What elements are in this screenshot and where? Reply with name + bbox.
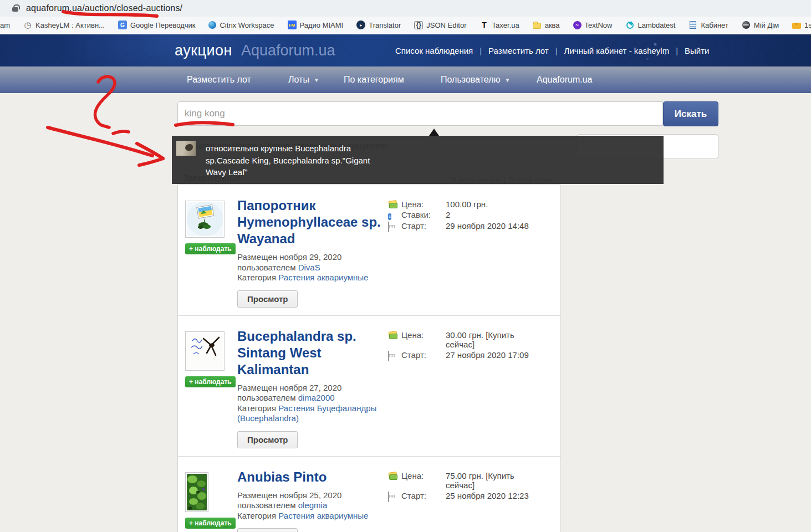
- folder-icon: [533, 23, 541, 29]
- item-thumbnail[interactable]: [185, 472, 208, 512]
- nav-lots[interactable]: Лоты▼: [288, 66, 319, 93]
- category-link[interactable]: Растения аквариумные: [278, 273, 368, 282]
- price-label: Цена:: [401, 330, 446, 350]
- place-lot-link[interactable]: Разместить лот: [488, 46, 549, 55]
- view-button[interactable]: Просмотр: [237, 528, 298, 532]
- user-prefix: пользователем: [237, 393, 296, 402]
- nav-aquaforum[interactable]: Aquaforum.ua: [537, 66, 593, 93]
- globe-icon: [742, 21, 750, 29]
- bookmark-google-translate[interactable]: GGoogle Переводчик: [118, 21, 196, 29]
- bookmark-label: JSON Editor: [426, 21, 466, 29]
- category-prefix: Категория: [237, 403, 276, 413]
- bookmark-fam[interactable]: Fam: [0, 21, 10, 29]
- item-main-column: Anubias Pinto Размещен ноября 25, 2020 п…: [237, 469, 388, 532]
- category-link[interactable]: Растения аквариумные: [278, 511, 368, 520]
- start-label: Старт:: [401, 350, 446, 361]
- price-value: 75.00 грн. [Купить сейчас]: [446, 471, 533, 490]
- item-meta: Размещен ноября 25, 2020 пользователем o…: [237, 490, 388, 521]
- item-info-column: Цена: 75.00 грн. [Купить сейчас] Старт: …: [388, 469, 553, 532]
- logout-link[interactable]: Выйти: [685, 46, 709, 55]
- chevron-down-icon: ▼: [314, 67, 319, 94]
- item-thumbnail[interactable]: [185, 331, 225, 371]
- bookmark-label: аква: [545, 21, 560, 29]
- view-button[interactable]: Просмотр: [237, 290, 298, 308]
- taxer-icon: T: [480, 21, 489, 29]
- price-label: Цена:: [401, 200, 446, 209]
- document-icon: [690, 21, 696, 29]
- textnow-icon: ~: [573, 21, 582, 29]
- site-header: аукцион Aquaforum.ua Список наблюдения |…: [0, 34, 811, 66]
- price-value: 30.00 грн. [Купить сейчас]: [446, 330, 533, 350]
- lambdatest-icon: [626, 22, 634, 29]
- nav-place-lot[interactable]: Разместить лот: [187, 66, 251, 93]
- bookmark-citrix[interactable]: Citrix Workspace: [208, 21, 274, 29]
- watch-badge[interactable]: + наблюдать: [185, 243, 236, 254]
- price-row: Цена: 75.00 грн. [Купить сейчас]: [388, 471, 553, 490]
- watch-badge[interactable]: + наблюдать: [185, 376, 236, 387]
- auction-item: + наблюдать Anubias Pinto Размещен ноябр…: [178, 457, 560, 532]
- bookmark-miy-dim[interactable]: Мій Дім: [742, 21, 779, 29]
- browser-url-bar[interactable]: aquaforum.ua/auction/closed-auctions/: [0, 0, 811, 17]
- bookmark-label: Lambdatest: [637, 21, 675, 29]
- fern-thumbnail-image: [187, 202, 223, 236]
- bookmark-lambdatest[interactable]: Lambdatest: [625, 21, 675, 29]
- bookmark-radio-miami[interactable]: FMРадио MIAMI: [288, 21, 344, 29]
- item-left-column: + наблюдать: [185, 328, 237, 448]
- view-button[interactable]: Просмотр: [237, 431, 298, 448]
- tooltip-arrow-icon: [429, 129, 439, 136]
- site-logo[interactable]: аукцион Aquaforum.ua: [175, 34, 335, 66]
- bookmark-taxer[interactable]: TTaxer.ua: [480, 21, 519, 29]
- auction-item: + наблюдать Bucephalandra sp. Sintang We…: [178, 316, 560, 457]
- citrix-icon: [208, 21, 216, 29]
- chevron-down-icon: ▼: [505, 67, 511, 94]
- bookmarks-bar: Fam ◷KasheyLM : Активн... GGoogle Перево…: [0, 17, 811, 34]
- anubias-thumbnail-image: [187, 474, 207, 510]
- watchlist-link[interactable]: Список наблюдения: [395, 46, 473, 55]
- bookmark-label: 1sec MAIL: [804, 21, 811, 29]
- translate-icon: G: [118, 21, 127, 29]
- posted-date: Размещен ноября 27, 2020: [237, 383, 341, 392]
- bucephalandra-thumbnail-image: [187, 333, 223, 369]
- bookmark-json-editor[interactable]: {}JSON Editor: [414, 21, 466, 29]
- item-title-link[interactable]: Anubias Pinto: [237, 469, 388, 485]
- item-title-link[interactable]: Bucephalandra sp. Sintang West Kalimanta…: [237, 328, 388, 378]
- logo-text-auction: аукцион: [175, 42, 232, 59]
- item-left-column: + наблюдать: [185, 469, 237, 532]
- nav-user[interactable]: Пользователю▼: [441, 66, 510, 93]
- search-suggestion-tooltip[interactable]: относительно крупные Bucephalandra sp.Ca…: [172, 136, 664, 184]
- bookmark-translator[interactable]: ►Translator: [356, 21, 401, 29]
- auction-list-card: + наблюдать Папоротник Hymenophyllaceae …: [177, 185, 561, 532]
- separator: |: [480, 46, 482, 55]
- suggestion-text[interactable]: относительно крупные Bucephalandra sp.Ca…: [206, 142, 387, 178]
- bookmark-1sec-mail[interactable]: 1sec MAIL: [792, 21, 811, 29]
- item-title-link[interactable]: Папоротник Hymenophyllaceae sp. Wayanad: [237, 197, 388, 247]
- item-left-column: + наблюдать: [185, 197, 237, 308]
- user-link[interactable]: olegmia: [298, 500, 328, 510]
- json-braces-icon: {}: [414, 21, 423, 29]
- watch-badge[interactable]: + наблюдать: [185, 518, 236, 529]
- item-info-column: Цена: 100.00 грн. + Ставки: 2 Старт: 29 …: [388, 197, 553, 308]
- item-info-column: Цена: 30.00 грн. [Купить сейчас] Старт: …: [388, 328, 553, 448]
- mail-envelope-icon: [792, 23, 801, 29]
- start-label: Старт:: [401, 491, 446, 502]
- item-thumbnail[interactable]: [185, 201, 225, 238]
- search-input[interactable]: [177, 101, 663, 126]
- calendar-icon: [388, 492, 389, 502]
- search-button[interactable]: Искать: [663, 101, 718, 126]
- bookmark-akva-folder[interactable]: аква: [533, 21, 560, 29]
- user-prefix: пользователем: [237, 263, 296, 272]
- personal-cabinet-link[interactable]: Личный кабинет - kasheylm: [564, 46, 670, 55]
- bookmark-kabinet[interactable]: Кабинет: [688, 21, 728, 29]
- clock-icon: ◷: [23, 21, 32, 29]
- url-text[interactable]: aquaforum.ua/auction/closed-auctions/: [26, 3, 182, 13]
- item-meta: Размещен ноября 29, 2020 пользователем D…: [237, 252, 388, 283]
- bookmark-textnow[interactable]: ~TextNow: [573, 21, 613, 29]
- bids-plus-icon: +: [388, 213, 391, 220]
- user-link[interactable]: DivaS: [298, 263, 320, 272]
- header-links: Список наблюдения | Разместить лот | Лич…: [395, 34, 709, 66]
- nav-by-categories[interactable]: По категориям: [344, 66, 404, 93]
- bookmark-kasheylm[interactable]: ◷KasheyLM : Активн...: [23, 21, 105, 29]
- auction-item: + наблюдать Папоротник Hymenophyllaceae …: [178, 185, 560, 316]
- user-link[interactable]: dima2000: [298, 393, 335, 402]
- start-label: Старт:: [401, 221, 446, 232]
